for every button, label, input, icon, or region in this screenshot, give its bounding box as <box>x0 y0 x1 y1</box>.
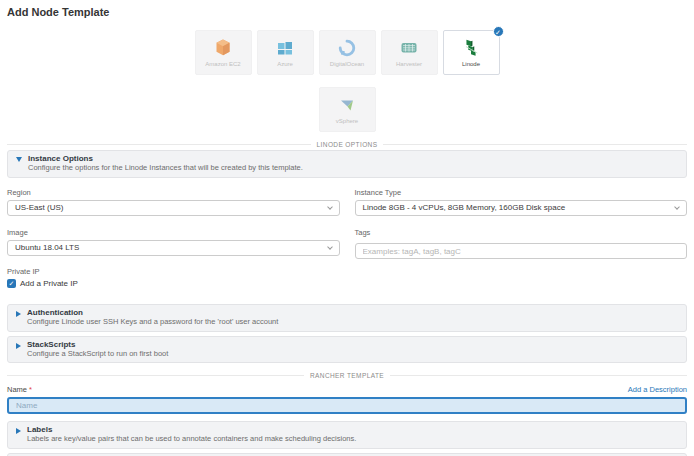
section-labels[interactable]: Labels Labels are key/value pairs that c… <box>7 421 687 449</box>
provider-card-label: DigitalOcean <box>330 61 364 68</box>
instance-type-label: Instance Type <box>355 188 688 197</box>
vsphere-icon <box>337 95 357 115</box>
section-text: Labels Labels are key/value pairs that c… <box>27 425 356 444</box>
private-ip-checkbox-row[interactable]: ✓ Add a Private IP <box>7 279 687 288</box>
section-title: StackScripts <box>27 340 168 349</box>
provider-card-linode[interactable]: ✓ Linode <box>443 30 500 75</box>
linode-options-divider: LINODE OPTIONS <box>7 141 687 148</box>
private-ip-label: Private IP <box>7 267 687 276</box>
image-label: Image <box>7 228 340 237</box>
provider-card-digitalocean[interactable]: DigitalOcean <box>319 30 376 75</box>
image-select-value: Ubuntu 18.04 LTS <box>15 243 79 252</box>
amazon-ec2-icon <box>213 38 233 58</box>
harvester-icon <box>399 38 419 58</box>
section-engine-options[interactable]: Engine Options Customize the configurati… <box>7 453 687 456</box>
instance-options-form: Region US-East (US) Instance Type Linode… <box>7 188 687 260</box>
instance-type-field: Instance Type Linode 8GB - 4 vCPUs, 8GB … <box>355 188 688 216</box>
provider-card-label: vSphere <box>336 118 358 125</box>
name-label-text: Name <box>7 385 27 394</box>
section-title: Instance Options <box>28 154 303 163</box>
caret-right-icon <box>16 311 21 317</box>
provider-card-vsphere[interactable]: vSphere <box>319 87 376 132</box>
tags-input[interactable] <box>355 243 688 259</box>
region-field: Region US-East (US) <box>7 188 340 216</box>
chevron-down-icon <box>327 204 333 210</box>
section-subtitle: Configure Linode user SSH Keys and a pas… <box>27 318 278 327</box>
chevron-down-icon <box>327 244 333 250</box>
name-label: Name* <box>7 385 32 394</box>
selected-check-icon: ✓ <box>493 26 504 37</box>
provider-card-label: Azure <box>277 61 293 68</box>
checkbox-checked-icon[interactable]: ✓ <box>7 279 16 288</box>
region-select[interactable]: US-East (US) <box>7 200 340 216</box>
section-text: Authentication Configure Linode user SSH… <box>27 308 278 327</box>
provider-card-harvester[interactable]: Harvester <box>381 30 438 75</box>
provider-card-azure[interactable]: Azure <box>257 30 314 75</box>
provider-card-label: Harvester <box>396 61 422 68</box>
add-node-template-page: Add Node Template Amazon EC2 Azure Digit… <box>0 0 694 456</box>
required-asterisk: * <box>29 385 32 394</box>
provider-card-label: Amazon EC2 <box>205 61 240 68</box>
driver-picker: Amazon EC2 Azure DigitalOcean Harvester <box>7 30 687 132</box>
section-title: Labels <box>27 425 356 434</box>
add-description-link[interactable]: Add a Description <box>628 385 687 394</box>
region-label: Region <box>7 188 340 197</box>
section-text: Instance Options Configure the options f… <box>28 154 303 173</box>
rancher-template-divider-label: RANCHER TEMPLATE <box>304 372 390 379</box>
linode-icon <box>461 38 481 58</box>
driver-row-2: vSphere <box>7 87 687 132</box>
name-input[interactable] <box>7 397 687 414</box>
page-title: Add Node Template <box>7 0 687 18</box>
digitalocean-icon <box>337 38 357 58</box>
private-ip-checkbox-label: Add a Private IP <box>20 279 78 288</box>
image-select[interactable]: Ubuntu 18.04 LTS <box>7 240 340 256</box>
instance-type-select[interactable]: Linode 8GB - 4 vCPUs, 8GB Memory, 160GB … <box>355 200 688 216</box>
section-text: StackScripts Configure a StackScript to … <box>27 340 168 359</box>
section-authentication[interactable]: Authentication Configure Linode user SSH… <box>7 304 687 332</box>
section-stackscripts[interactable]: StackScripts Configure a StackScript to … <box>7 336 687 364</box>
name-row: Name* Add a Description <box>7 385 687 394</box>
image-field: Image Ubuntu 18.04 LTS <box>7 228 340 260</box>
driver-row-1: Amazon EC2 Azure DigitalOcean Harvester <box>7 30 687 75</box>
provider-card-label: Linode <box>462 61 480 68</box>
section-title: Authentication <box>27 308 278 317</box>
chevron-down-icon <box>674 204 680 210</box>
section-subtitle: Configure the options for the Linode Ins… <box>28 164 303 173</box>
instance-type-select-value: Linode 8GB - 4 vCPUs, 8GB Memory, 160GB … <box>363 203 566 212</box>
provider-card-amazon-ec2[interactable]: Amazon EC2 <box>195 30 252 75</box>
tags-label: Tags <box>355 228 688 237</box>
private-ip-field: Private IP ✓ Add a Private IP <box>7 267 687 288</box>
tags-field: Tags <box>355 228 688 260</box>
azure-icon <box>275 38 295 58</box>
section-subtitle: Configure a StackScript to run on first … <box>27 350 168 359</box>
rancher-template-divider: RANCHER TEMPLATE <box>7 372 687 379</box>
section-instance-options[interactable]: Instance Options Configure the options f… <box>7 150 687 178</box>
region-select-value: US-East (US) <box>15 203 63 212</box>
caret-right-icon <box>16 428 21 434</box>
linode-options-divider-label: LINODE OPTIONS <box>311 141 384 148</box>
caret-right-icon <box>16 343 21 349</box>
caret-down-icon <box>16 157 22 162</box>
section-subtitle: Labels are key/value pairs that can be u… <box>27 435 356 444</box>
